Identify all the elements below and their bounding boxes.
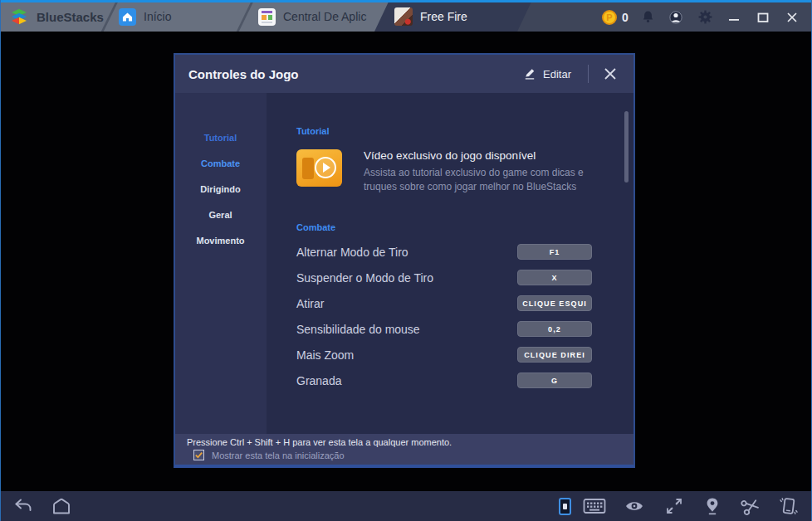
edit-button-label: Editar: [543, 68, 571, 80]
points-count: 0: [622, 2, 629, 32]
sidebar-item-combate[interactable]: Combate: [175, 150, 266, 176]
keyboard-controls-button[interactable]: [580, 494, 609, 519]
close-window-icon: [786, 12, 798, 23]
fullscreen-icon: [665, 497, 683, 515]
content-scrollbar[interactable]: [624, 111, 629, 183]
points-coin-icon: P: [602, 10, 617, 25]
eye-icon: [624, 499, 644, 513]
keybind-button[interactable]: CLIQUE ESQUI: [517, 295, 592, 311]
bluestacks-brand: BlueStacks: [9, 1, 104, 32]
account-button[interactable]: [663, 2, 688, 32]
dialog-footer: Pressione Ctrl + Shift + H para ver esta…: [175, 434, 633, 465]
game-controls-toggle-button[interactable]: [554, 494, 575, 519]
free-fire-game-icon: [394, 7, 413, 26]
dialog-header: Controles do Jogo Editar: [175, 55, 633, 93]
home-button[interactable]: [47, 494, 76, 519]
sidebar-item-geral[interactable]: Geral: [175, 202, 266, 227]
controls-content: Tutorial Vídeo exclusivo do jogo disponí…: [267, 93, 633, 434]
show-on-start-label: Mostrar esta tela na inicialização: [212, 450, 345, 460]
bottom-toolbar: [1, 491, 811, 521]
fullscreen-button[interactable]: [660, 494, 688, 519]
close-dialog-icon: [604, 67, 617, 80]
maximize-button[interactable]: [751, 2, 775, 32]
user-avatar-icon: [668, 9, 684, 26]
binding-label: Sensibilidade do mouse: [296, 323, 517, 336]
controls-dock-icon: [559, 498, 571, 515]
pencil-icon: [523, 67, 536, 80]
keybind-button[interactable]: X: [517, 270, 592, 285]
sidebar-item-tutorial[interactable]: Tutorial: [175, 124, 266, 150]
keybind-button[interactable]: F1: [517, 244, 592, 260]
tool-buttons: [554, 494, 803, 519]
video-thumbnail[interactable]: [296, 149, 342, 187]
tab-home[interactable]: Início: [119, 1, 171, 32]
keybind-button[interactable]: CLIQUE DIREI: [517, 347, 592, 363]
game-controls-dialog: Controles do Jogo Editar: [174, 53, 635, 468]
gear-icon: [697, 9, 713, 25]
back-button[interactable]: [9, 494, 37, 519]
video-title: Vídeo exclusivo do jogo disponível: [364, 149, 617, 162]
shake-rotate-button[interactable]: [775, 494, 803, 519]
shortcut-hint: Pressione Ctrl + Shift + H para ver esta…: [187, 437, 633, 447]
points-coin-button[interactable]: P: [597, 2, 622, 32]
maximize-icon: [757, 12, 769, 23]
app-center-icon: [258, 8, 276, 26]
nav-buttons: [9, 494, 76, 519]
binding-row: Sensibilidade do mouse 0,2: [296, 316, 633, 342]
tab-free-fire-label: Free Fire: [420, 10, 467, 23]
cut-screenshot-button[interactable]: [736, 494, 765, 519]
binding-row: Granada G: [296, 368, 633, 393]
back-arrow-icon: [13, 498, 33, 514]
combat-section-heading: Combate: [296, 222, 633, 232]
checkmark-icon: [194, 450, 203, 460]
binding-row: Alternar Modo de Tiro F1: [296, 239, 633, 265]
scissors-icon: [738, 494, 763, 518]
bluestacks-window: BlueStacks Início Central De Aplic Free …: [0, 0, 812, 521]
visibility-button[interactable]: [620, 494, 648, 519]
minimize-button[interactable]: [722, 2, 746, 32]
sidebar-item-movimento[interactable]: Movimento: [175, 227, 266, 253]
video-text-block: Vídeo exclusivo do jogo disponível Assis…: [364, 149, 617, 194]
bluestacks-logo-icon: [9, 7, 29, 27]
brand-label: BlueStacks: [37, 10, 104, 24]
binding-row: Suspender o Modo de Tiro X: [296, 265, 633, 290]
game-stage: Controles do Jogo Editar: [1, 32, 811, 491]
edit-button[interactable]: Editar: [518, 64, 576, 84]
sidebar-item-dirigindo[interactable]: Dirigindo: [175, 176, 266, 202]
header-divider: [588, 65, 589, 83]
tab-separator: [235, 0, 256, 32]
close-dialog-button[interactable]: [600, 64, 620, 84]
sections-sidebar: Tutorial Combate Dirigindo Geral Movimen…: [175, 93, 267, 434]
tab-home-label: Início: [144, 10, 171, 23]
keybind-button[interactable]: G: [517, 372, 592, 388]
tab-app-center-label: Central De Aplic: [283, 10, 366, 23]
dialog-title: Controles do Jogo: [188, 67, 518, 81]
thumbnail-figure: [302, 158, 314, 179]
home-tab-icon: [119, 8, 136, 26]
show-on-start-checkbox[interactable]: [193, 450, 204, 460]
settings-button[interactable]: [692, 2, 717, 32]
keybind-button[interactable]: 0,2: [517, 321, 592, 337]
show-on-start-option[interactable]: Mostrar esta tela na inicialização: [193, 450, 633, 460]
binding-label: Suspender o Modo de Tiro: [296, 271, 517, 285]
rotate-phone-icon: [778, 496, 800, 516]
binding-label: Alternar Modo de Tiro: [296, 246, 517, 259]
tab-free-fire[interactable]: Free Fire: [394, 1, 467, 32]
title-bar: BlueStacks Início Central De Aplic Free …: [1, 0, 811, 32]
binding-label: Atirar: [296, 297, 517, 310]
close-window-button[interactable]: [780, 2, 805, 32]
window-accent-line: [1, 0, 811, 2]
bell-icon: [640, 9, 656, 25]
location-pin-icon: [704, 497, 721, 515]
location-button[interactable]: [698, 494, 726, 519]
notifications-button[interactable]: [635, 2, 660, 32]
binding-label: Granada: [296, 374, 517, 387]
binding-label: Mais Zoom: [296, 348, 517, 362]
binding-row: Atirar CLIQUE ESQUI: [296, 290, 633, 316]
tutorial-video-row[interactable]: Vídeo exclusivo do jogo disponível Assis…: [296, 149, 633, 194]
binding-row: Mais Zoom CLIQUE DIREI: [296, 342, 633, 368]
keyboard-icon: [583, 498, 606, 514]
video-description: Assista ao tutorial exclusivo do game co…: [364, 166, 617, 194]
dialog-body: Tutorial Combate Dirigindo Geral Movimen…: [175, 93, 633, 434]
tab-app-center[interactable]: Central De Aplic: [258, 1, 366, 32]
